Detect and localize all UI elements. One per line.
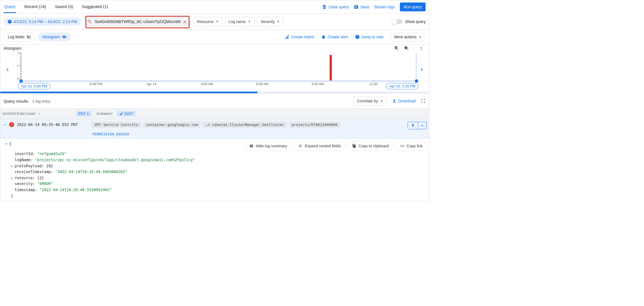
- caret-down-icon: ▼: [419, 36, 421, 39]
- expand-icon[interactable]: ▸: [11, 163, 15, 169]
- clock-icon: [7, 19, 12, 24]
- summary-chip[interactable]: VPC Service Controls: [92, 122, 141, 128]
- col-timestamp[interactable]: TIMESTAMP ↑ PDT ▼: [15, 109, 94, 119]
- caret-down-icon: ▼: [277, 20, 280, 23]
- logs-explorer-panel: Query Recent (16) Saved (0) Suggested (1…: [0, 0, 429, 201]
- histogram-title: Histogram: [4, 45, 21, 52]
- create-alert-button[interactable]: Create alert: [321, 34, 348, 39]
- tab-suggested[interactable]: Suggested (1): [81, 1, 108, 13]
- column-headers: SEVERITY TIMESTAMP ↑ PDT ▼ SUMMARY EDIT: [0, 109, 429, 119]
- expand-icon[interactable]: ▸: [11, 175, 15, 181]
- histogram-next-button[interactable]: [418, 67, 426, 72]
- caret-down-icon: ▼: [248, 20, 251, 23]
- save-icon: [354, 4, 359, 9]
- summary-chip[interactable]: projects/676612490989: [289, 122, 340, 128]
- severity-dropdown[interactable]: Severity▼: [257, 17, 283, 26]
- more-actions-button[interactable]: More actions ▼: [390, 32, 426, 41]
- range-scrollbar[interactable]: [0, 92, 429, 93]
- histogram-chart[interactable]: 1 1 0 9:00 PM Apr 14 3:00 AM 6:00 AM: [12, 52, 417, 88]
- summary-chip[interactable]: …r.v1beta1.ClusterManager.GetCluster: [203, 122, 287, 128]
- severity-error-icon: !!: [9, 122, 14, 127]
- expanded-log: ▾ { Hide log summary Expand nested field…: [0, 139, 429, 201]
- histogram-prev-button[interactable]: [4, 67, 11, 72]
- caret-down-icon: ▼: [216, 20, 219, 23]
- jump-to-now-button[interactable]: Jump to now: [355, 34, 383, 39]
- log-entry-row[interactable]: !! 2022-04-14 09:35:46.553 PDT VPC Servi…: [0, 119, 429, 139]
- clear-search-icon[interactable]: [183, 19, 187, 24]
- histogram-bar[interactable]: [330, 55, 332, 80]
- json-body: insertId: "nv7gumd2u2k" logName: "projec…: [5, 151, 427, 193]
- copy-icon: [352, 144, 356, 148]
- caret-down-icon: ▼: [380, 100, 383, 103]
- tabs-row: Query Recent (16) Saved (0) Suggested (1…: [0, 0, 429, 14]
- download-button[interactable]: Download: [392, 98, 416, 103]
- unfold-icon: [298, 144, 302, 148]
- toggle-switch[interactable]: [392, 19, 402, 24]
- summary-chip[interactable]: container.googleapis.com: [143, 122, 201, 128]
- pin-icon[interactable]: [408, 122, 418, 129]
- tab-query[interactable]: Query: [4, 1, 16, 13]
- metric-icon: [284, 34, 289, 39]
- expand-nested-button[interactable]: Expand nested fields: [294, 141, 345, 151]
- timezone-chip[interactable]: PDT ▼: [76, 111, 92, 117]
- tools-row: Log fields Histogram Create metric Creat…: [0, 30, 429, 44]
- tab-recent[interactable]: Recent (16): [24, 1, 47, 13]
- save-button[interactable]: Save: [354, 4, 369, 9]
- clear-query-button[interactable]: Clear query: [322, 4, 348, 9]
- time-badge-end[interactable]: Apr 14, 2:15 PM: [386, 83, 418, 89]
- pencil-icon: [120, 112, 123, 116]
- histogram-section: Histogram 1 1 0: [0, 44, 429, 93]
- log-timestamp: 2022-04-14 09:35:46.553 PDT: [17, 122, 92, 127]
- time-badge-start[interactable]: Apr 13, 5:00 PM: [18, 83, 50, 89]
- search-input[interactable]: [93, 16, 191, 27]
- download-icon: [392, 98, 397, 103]
- zoom-out-icon[interactable]: [394, 45, 399, 51]
- histogram-timeline[interactable]: [21, 80, 417, 82]
- edit-summary-button[interactable]: EDIT: [117, 111, 136, 117]
- copy-clipboard-button[interactable]: Copy to clipboard: [348, 141, 393, 151]
- pin-dropdown-icon[interactable]: ▼: [418, 122, 426, 129]
- histogram-chip[interactable]: Histogram: [38, 32, 71, 41]
- correlate-by-dropdown[interactable]: Correlate by▼: [353, 96, 387, 106]
- zoom-in-icon[interactable]: [404, 45, 409, 51]
- stream-logs-button[interactable]: Stream logs: [374, 5, 395, 9]
- tabs-actions: Clear query Save Stream logs Run query: [322, 2, 426, 11]
- log-name-dropdown[interactable]: Log name▼: [225, 17, 254, 26]
- clock-icon: [355, 34, 360, 39]
- link-icon: [400, 144, 404, 148]
- card-icon: [249, 144, 254, 148]
- search-wrapper: [84, 16, 191, 27]
- results-title: Query results: [4, 99, 28, 103]
- expand-toggle-icon[interactable]: [2, 122, 8, 127]
- log-status: PERMISSION_DENIED: [92, 132, 129, 136]
- resource-dropdown[interactable]: Resource▼: [193, 17, 222, 26]
- unfold-icon[interactable]: [418, 45, 424, 51]
- col-summary: SUMMARY EDIT: [94, 109, 429, 119]
- results-header: Query results 1 log entry Correlate by▼ …: [0, 93, 429, 109]
- search-icon: [87, 19, 92, 24]
- hide-log-summary-button[interactable]: Hide log summary: [245, 141, 291, 151]
- pin-button-group[interactable]: ▼: [408, 122, 427, 129]
- log-summary: VPC Service Controls container.googleapi…: [92, 122, 408, 136]
- bell-icon: [321, 34, 326, 39]
- show-query-toggle[interactable]: Show query: [392, 19, 426, 24]
- col-severity: SEVERITY: [0, 110, 15, 118]
- tabs-left: Query Recent (16) Saved (0) Suggested (1…: [4, 1, 109, 13]
- visibility-off-icon: [27, 35, 31, 39]
- filter-row: 4/13/22, 5:14 PM – 4/14/22, 2:14 PM Reso…: [0, 14, 429, 30]
- time-range-chip[interactable]: 4/13/22, 5:14 PM – 4/14/22, 2:14 PM: [4, 17, 81, 26]
- run-query-button[interactable]: Run query: [400, 2, 426, 11]
- tab-saved[interactable]: Saved (0): [54, 1, 74, 13]
- log-fields-chip[interactable]: Log fields: [4, 32, 35, 41]
- create-metric-button[interactable]: Create metric: [284, 34, 314, 39]
- sort-asc-icon: ↑: [38, 112, 40, 116]
- trash-icon: [322, 4, 327, 9]
- collapse-icon[interactable]: ▾: [5, 141, 9, 147]
- copy-link-button[interactable]: Copy link: [396, 141, 427, 151]
- results-count: 1 log entry: [32, 99, 50, 103]
- visibility-icon: [62, 35, 67, 39]
- fullscreen-icon[interactable]: [421, 98, 426, 103]
